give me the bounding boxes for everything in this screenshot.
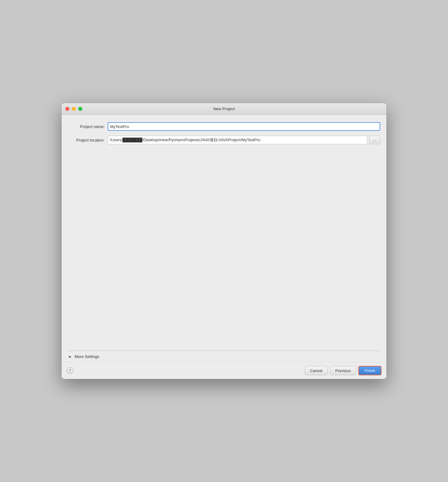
close-button[interactable] bbox=[65, 107, 69, 111]
project-location-input[interactable] bbox=[108, 136, 367, 144]
project-location-row: Project location: ... bbox=[68, 136, 380, 144]
more-settings-arrow-icon: ▶ bbox=[68, 354, 73, 359]
minimize-button[interactable] bbox=[72, 107, 76, 111]
maximize-button[interactable] bbox=[78, 107, 82, 111]
content-area: Project name: Project location: ... ▶ Mo… bbox=[62, 115, 386, 362]
finish-button[interactable]: Finish bbox=[358, 366, 381, 375]
new-project-window: New Project Project name: Project locati… bbox=[61, 103, 387, 379]
more-settings-section[interactable]: ▶ More Settings bbox=[68, 351, 380, 362]
content-spacer bbox=[68, 149, 380, 351]
cancel-button[interactable]: Cancel bbox=[305, 366, 327, 375]
title-bar: New Project bbox=[62, 103, 386, 115]
window-title: New Project bbox=[213, 107, 235, 111]
traffic-lights bbox=[65, 107, 82, 111]
project-location-label: Project location: bbox=[68, 138, 108, 142]
footer: ? Cancel Previous Finish bbox=[62, 362, 386, 379]
browse-button[interactable]: ... bbox=[369, 136, 380, 144]
project-name-row: Project name: bbox=[68, 122, 380, 131]
help-button[interactable]: ? bbox=[67, 367, 73, 374]
project-name-input[interactable] bbox=[108, 122, 380, 131]
previous-button[interactable]: Previous bbox=[330, 366, 356, 375]
project-name-label: Project name: bbox=[68, 124, 108, 129]
more-settings-label: More Settings bbox=[75, 354, 99, 359]
